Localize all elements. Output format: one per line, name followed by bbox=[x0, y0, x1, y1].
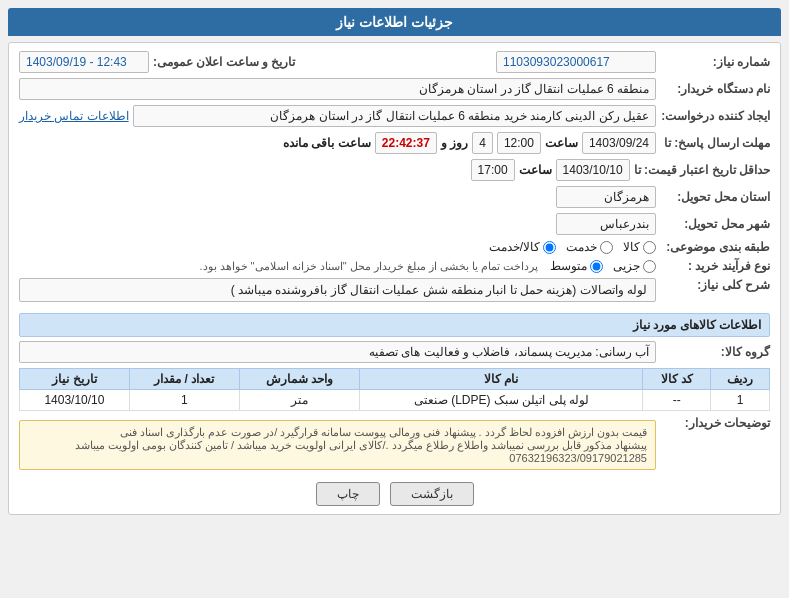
col-header-name: نام کالا bbox=[360, 369, 643, 390]
response-time-label: ساعت bbox=[545, 136, 578, 150]
need-number-value: 1103093023000617 bbox=[496, 51, 656, 73]
goods-table: ردیف کد کالا نام کالا واحد شمارش تعداد /… bbox=[19, 368, 770, 411]
buyer-notes-line1: قیمت بدون ارزش افزوده لحاظ گردد . پیشنها… bbox=[120, 426, 647, 438]
need-number-label: شماره نیاز: bbox=[660, 55, 770, 69]
response-time: 12:00 bbox=[497, 132, 541, 154]
category-option-kala[interactable]: کالا bbox=[623, 240, 656, 254]
category-khedmat-label: خدمت bbox=[566, 240, 597, 254]
delivery-province-label: استان محل تحویل: bbox=[660, 190, 770, 204]
buyer-label: نام دستگاه خریدار: bbox=[660, 82, 770, 96]
delivery-province-value: هرمزگان bbox=[556, 186, 656, 208]
purchase-type-radio-group: جزیی متوسط bbox=[550, 259, 656, 273]
purchase-type-jozi-label: جزیی bbox=[613, 259, 640, 273]
table-row: 1 -- لوله پلی اتیلن سبک (LDPE) صنعتی متر… bbox=[20, 390, 770, 411]
delivery-city-value: بندرعباس bbox=[556, 213, 656, 235]
goods-info-section: اطلاعات کالاهای مورد نیاز bbox=[19, 313, 770, 337]
response-days-label: روز و bbox=[441, 136, 468, 150]
validity-label: حداقل تاریخ اعتبار قیمت: تا bbox=[634, 163, 770, 177]
category-radio-khedmat[interactable] bbox=[600, 241, 613, 254]
buyer-notes: قیمت بدون ارزش افزوده لحاظ گردد . پیشنها… bbox=[19, 420, 656, 470]
datetime-value: 1403/09/19 - 12:43 bbox=[19, 51, 149, 73]
button-row: بازگشت چاپ bbox=[19, 482, 770, 506]
response-deadline-label: مهلت ارسال پاسخ: تا bbox=[660, 136, 770, 150]
purchase-type-radio-moto[interactable] bbox=[590, 260, 603, 273]
delivery-city-label: شهر محل تحویل: bbox=[660, 217, 770, 231]
purchase-type-note: پرداخت تمام یا بخشی از مبلغ خریدار محل "… bbox=[199, 260, 538, 273]
response-days: 4 bbox=[472, 132, 493, 154]
buyer-notes-line2: پیشنهاد مذکور قابل بررسی نمیباشد واطلاع … bbox=[75, 439, 647, 451]
col-header-qty: تعداد / مقدار bbox=[129, 369, 239, 390]
description-value: لوله واتصالات (هزینه حمل تا انبار منطقه … bbox=[19, 278, 656, 302]
goods-group-value: آب رسانی: مدیریت پسماند، فاضلاب و فعالیت… bbox=[19, 341, 656, 363]
purchase-type-radio-jozi[interactable] bbox=[643, 260, 656, 273]
col-header-date: تاریخ نیاز bbox=[20, 369, 130, 390]
col-header-row: ردیف bbox=[711, 369, 770, 390]
back-button[interactable]: بازگشت bbox=[390, 482, 474, 506]
response-date: 1403/09/24 bbox=[582, 132, 656, 154]
creator-label: ایجاد کننده درخواست: bbox=[660, 109, 770, 123]
buyer-value: منطقه 6 عملیات انتقال گاز در استان هرمزگ… bbox=[19, 78, 656, 100]
print-button[interactable]: چاپ bbox=[316, 482, 380, 506]
remaining-time: 22:42:37 bbox=[375, 132, 437, 154]
purchase-type-moto-label: متوسط bbox=[550, 259, 587, 273]
validity-time-label: ساعت bbox=[519, 163, 552, 177]
category-radio-kala[interactable] bbox=[643, 241, 656, 254]
description-label: شرح کلی نیاز: bbox=[660, 278, 770, 292]
category-option-kala-khedmat[interactable]: کالا/خدمت bbox=[489, 240, 556, 254]
cell-qty-1: 1 bbox=[129, 390, 239, 411]
category-label: طبقه بندی موضوعی: bbox=[660, 240, 770, 254]
buyer-notes-phone: 07632196323/09179021285 bbox=[509, 452, 647, 464]
goods-group-label: گروه کالا: bbox=[660, 345, 770, 359]
datetime-label: تاریخ و ساعت اعلان عمومی: bbox=[153, 55, 295, 69]
category-radio-group: کالا خدمت کالا/خدمت bbox=[489, 240, 656, 254]
category-kala-khedmat-label: کالا/خدمت bbox=[489, 240, 540, 254]
contact-link[interactable]: اطلاعات تماس خریدار bbox=[19, 109, 129, 123]
cell-date-1: 1403/10/10 bbox=[20, 390, 130, 411]
remaining-label: ساعت باقی مانده bbox=[283, 136, 371, 150]
purchase-type-label: نوع فرآیند خرید : bbox=[660, 259, 770, 273]
category-kala-label: کالا bbox=[623, 240, 640, 254]
validity-time: 17:00 bbox=[471, 159, 515, 181]
category-radio-kala-khedmat[interactable] bbox=[543, 241, 556, 254]
cell-row-1: 1 bbox=[711, 390, 770, 411]
col-header-unit: واحد شمارش bbox=[239, 369, 360, 390]
buyer-notes-label: توضیحات خریدار: bbox=[660, 416, 770, 430]
purchase-type-jozi[interactable]: جزیی bbox=[613, 259, 656, 273]
cell-name-1: لوله پلی اتیلن سبک (LDPE) صنعتی bbox=[360, 390, 643, 411]
col-header-code: کد کالا bbox=[643, 369, 711, 390]
validity-date: 1403/10/10 bbox=[556, 159, 630, 181]
creator-value: عقیل رکن الدینی کارمند خرید منطقه 6 عملی… bbox=[133, 105, 656, 127]
purchase-type-moto[interactable]: متوسط bbox=[550, 259, 603, 273]
page-title: جزئیات اطلاعات نیاز bbox=[8, 8, 781, 36]
cell-unit-1: متر bbox=[239, 390, 360, 411]
cell-code-1: -- bbox=[643, 390, 711, 411]
category-option-khedmat[interactable]: خدمت bbox=[566, 240, 613, 254]
